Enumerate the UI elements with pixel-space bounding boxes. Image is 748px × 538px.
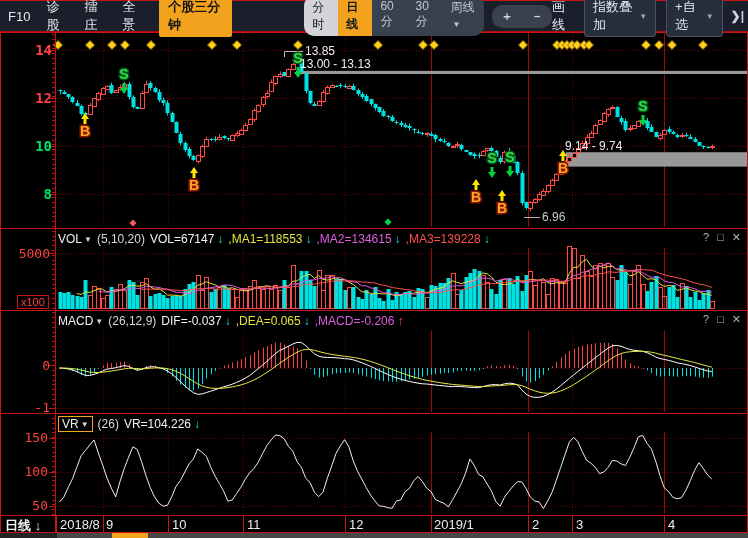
down-arrow-icon: ↓ bbox=[306, 232, 312, 246]
range-high-label: 13.00 - 13.13 bbox=[300, 57, 371, 71]
month-label: 2 bbox=[532, 517, 539, 532]
macd-label: MACD bbox=[58, 314, 93, 328]
index-overlay-label: 指数叠加 bbox=[593, 0, 635, 34]
macd-value: ,MACD=-0.206 bbox=[315, 314, 395, 328]
vol-ma2-value: ,MA2=134615 bbox=[317, 232, 392, 246]
vr-indicator-selector[interactable]: VR▼ bbox=[58, 416, 93, 432]
month-label: 2018/8 bbox=[60, 517, 100, 532]
vol-unit-label: x100 bbox=[17, 295, 49, 309]
period-30min[interactable]: 30分 bbox=[407, 0, 442, 36]
chevron-down-icon: ▼ bbox=[95, 317, 103, 326]
macd-panel-header: MACD▼ (26,12,9) DIF=-0.037↓ ,DEA=0.065↓ … bbox=[58, 312, 403, 330]
close-icon[interactable]: ✕ bbox=[732, 313, 741, 326]
tab-f10[interactable]: F10 bbox=[8, 9, 30, 24]
down-arrow-icon: ↓ bbox=[217, 232, 223, 246]
macd-axis-label: 0 bbox=[28, 358, 50, 373]
vol-panel-icons: ? □ ✕ bbox=[703, 231, 741, 244]
down-arrow-icon: ↓ bbox=[304, 314, 310, 328]
period-60min[interactable]: 60分 bbox=[372, 0, 407, 36]
add-watchlist-button[interactable]: +自选▼ bbox=[666, 0, 722, 37]
period-selector: 分时 日线 60分 30分 周线▼ bbox=[304, 0, 484, 36]
price-axis-label: 10 bbox=[26, 138, 52, 154]
month-label: 10 bbox=[172, 517, 186, 532]
month-label: 11 bbox=[247, 517, 261, 532]
vol-axis-label: 5000 bbox=[14, 246, 50, 261]
tab-banker[interactable]: 擂庄 bbox=[84, 0, 106, 34]
help-icon[interactable]: ? bbox=[703, 313, 709, 326]
vol-label: VOL bbox=[58, 232, 82, 246]
macd-params: (26,12,9) bbox=[108, 314, 156, 328]
zoom-group: ＋ － bbox=[492, 5, 552, 28]
down-arrow-icon: ↓ bbox=[395, 232, 401, 246]
vol-value: VOL=67147 bbox=[150, 232, 214, 246]
vr-label: VR bbox=[62, 417, 79, 431]
month-label: 3 bbox=[576, 517, 583, 532]
month-label: 9 bbox=[106, 517, 113, 532]
period-axis-text: 日线 bbox=[5, 518, 31, 533]
vr-axis-label: 150 bbox=[18, 430, 48, 445]
maximize-icon[interactable]: □ bbox=[717, 313, 724, 326]
macd-panel-icons: ? □ ✕ bbox=[703, 313, 741, 326]
vr-params: (26) bbox=[98, 417, 119, 431]
vr-axis-label: 100 bbox=[18, 464, 48, 479]
trading-app-window: F10 诊股 擂庄 全景 个股三分钟 分时 日线 60分 30分 周线▼ ＋ －… bbox=[0, 0, 748, 538]
vr-value: VR=104.226 bbox=[124, 417, 191, 431]
dea-value: ,DEA=0.065 bbox=[236, 314, 301, 328]
chevron-down-icon: ▼ bbox=[639, 12, 647, 21]
month-label: 12 bbox=[349, 517, 363, 532]
period-weekly-label: 周线 bbox=[451, 0, 475, 14]
month-label: 2019/1 bbox=[434, 517, 474, 532]
price-chart-canvas[interactable] bbox=[0, 0, 748, 538]
close-icon[interactable]: ✕ bbox=[732, 231, 741, 244]
vr-panel-header: VR▼ (26) VR=104.226↓ bbox=[58, 415, 200, 433]
vol-params: (5,10,20) bbox=[97, 232, 145, 246]
vol-indicator-selector[interactable]: VOL▼ bbox=[58, 232, 92, 246]
range-low-label: 9.14 - 9.74 bbox=[565, 139, 622, 153]
stock-3min-button[interactable]: 个股三分钟 bbox=[159, 0, 232, 37]
down-arrow-icon: ↓ bbox=[484, 232, 490, 246]
vol-ma3-value: ,MA3=139228 bbox=[406, 232, 481, 246]
tab-diagnose[interactable]: 诊股 bbox=[46, 0, 68, 34]
tab-overview[interactable]: 全景 bbox=[122, 0, 144, 34]
price-axis-label: 8 bbox=[26, 186, 52, 202]
timeline-scrollbar[interactable] bbox=[0, 533, 748, 538]
down-arrow-icon: ↓ bbox=[225, 314, 231, 328]
price-axis-label: 14 bbox=[26, 42, 52, 58]
add-watchlist-label: +自选 bbox=[675, 0, 702, 34]
macd-axis-label: -1 bbox=[28, 400, 50, 415]
vol-ma1-value: ,MA1=118553 bbox=[228, 232, 302, 246]
draw-line-button[interactable]: 画线 bbox=[552, 0, 574, 34]
toolbar: F10 诊股 擂庄 全景 个股三分钟 分时 日线 60分 30分 周线▼ ＋ －… bbox=[0, 0, 748, 32]
up-arrow-icon: ↑ bbox=[397, 314, 403, 328]
zoom-in-button[interactable]: ＋ bbox=[492, 5, 522, 28]
macd-indicator-selector[interactable]: MACD▼ bbox=[58, 314, 103, 328]
scrollbar-cap bbox=[0, 533, 57, 538]
period-intraday[interactable]: 分时 bbox=[304, 0, 338, 36]
chevron-down-icon: ▼ bbox=[84, 235, 92, 244]
low-price-label: 6.96 bbox=[542, 210, 565, 224]
period-daily[interactable]: 日线 bbox=[338, 0, 372, 36]
chevron-down-icon: ▼ bbox=[453, 20, 461, 29]
price-axis-label: 12 bbox=[26, 90, 52, 106]
dif-value: DIF=-0.037 bbox=[161, 314, 221, 328]
vr-axis-label: 50 bbox=[18, 498, 48, 513]
maximize-icon[interactable]: □ bbox=[717, 231, 724, 244]
down-arrow-icon: ↓ bbox=[194, 417, 200, 431]
index-overlay-button[interactable]: 指数叠加▼ bbox=[584, 0, 656, 37]
chevron-down-icon: ▼ bbox=[81, 420, 89, 429]
peak-price-label: 13.85 bbox=[305, 44, 335, 58]
period-weekly[interactable]: 周线▼ bbox=[443, 0, 485, 36]
month-label: 4 bbox=[668, 517, 675, 532]
zoom-out-button[interactable]: － bbox=[522, 5, 552, 28]
down-arrow-icon: ↓ bbox=[35, 518, 42, 533]
vol-panel-header: VOL▼ (5,10,20) VOL=67147↓ ,MA1=118553↓ ,… bbox=[58, 230, 490, 248]
help-icon[interactable]: ? bbox=[703, 231, 709, 244]
scrollbar-thumb[interactable] bbox=[112, 533, 148, 538]
collapse-panel-icon[interactable]: ❯| bbox=[731, 9, 744, 23]
chevron-down-icon: ▼ bbox=[706, 12, 714, 21]
